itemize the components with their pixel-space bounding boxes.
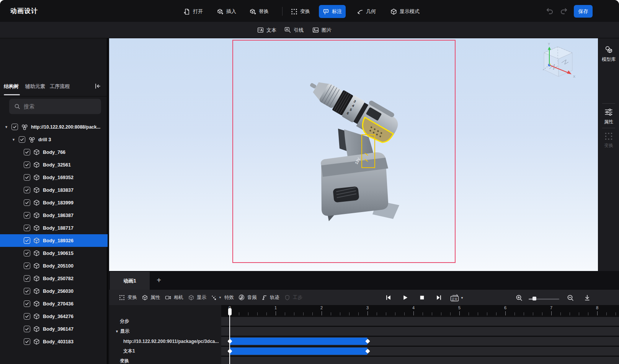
next-frame-button[interactable] (436, 294, 442, 301)
track-trajectory-button[interactable]: 轨迹 (261, 290, 279, 305)
properties-button[interactable]: 属性 (598, 108, 619, 125)
image-tool-button[interactable]: 图片 (312, 25, 332, 35)
tree-body-row[interactable]: Body_403183 (0, 335, 108, 348)
model-library-button[interactable]: 模型库 (598, 45, 619, 63)
display-mode-button[interactable]: 显示模式 (387, 5, 423, 18)
timeline-clip-bar[interactable] (230, 338, 367, 345)
track-effects-button[interactable]: ▼ 特效 (211, 290, 234, 305)
timeline-track-lane[interactable] (221, 317, 619, 326)
checkbox[interactable] (24, 225, 30, 231)
timeline-track-lane[interactable] (221, 337, 619, 346)
tab-aux-elements[interactable]: 辅助元素 (25, 83, 45, 90)
tree-body-row[interactable]: Body_256030 (0, 285, 108, 297)
tree-body-row[interactable]: Body_32561 (0, 158, 108, 171)
tree-body-row[interactable]: Body_169352 (0, 171, 108, 184)
playhead-handle[interactable] (228, 308, 232, 315)
checkbox[interactable] (24, 338, 30, 345)
caret-down-icon[interactable]: ▼ (115, 330, 119, 333)
tree-body-row[interactable]: Body_183999 (0, 196, 108, 209)
timeline-track-lane[interactable] (221, 357, 619, 364)
timeline-row-label[interactable]: http://10.122.92.200:9011/package/pc/3dc… (123, 337, 219, 346)
viewport-3d[interactable]: 12V 3456 (109, 38, 598, 271)
stop-button[interactable] (419, 294, 425, 301)
geometry-label: 几何 (366, 8, 376, 15)
track-display-button[interactable]: 显示 (188, 290, 206, 305)
search-input[interactable] (24, 103, 93, 109)
animation-tab[interactable]: 动画1 (110, 272, 150, 290)
checkbox[interactable] (24, 162, 30, 168)
tree-group-row[interactable]: ▼ drill 3 (0, 133, 108, 146)
track-camera-button[interactable]: 相机 (165, 290, 183, 305)
annotation-capture-frame[interactable] (232, 40, 456, 263)
checkbox[interactable] (24, 149, 30, 155)
tree-body-row[interactable]: Body_270436 (0, 297, 108, 310)
add-animation-button[interactable]: + (154, 275, 164, 286)
checkbox[interactable] (24, 187, 30, 193)
tab-process-flow[interactable]: 工序流程 (50, 83, 70, 90)
checkbox[interactable] (24, 326, 30, 332)
leader-tool-button[interactable]: 引线 (284, 25, 304, 35)
prev-frame-button[interactable] (385, 294, 392, 301)
checkbox[interactable] (24, 174, 30, 181)
caret-down-icon[interactable]: ▼ (5, 125, 8, 129)
tree-body-row[interactable]: Body_766 (0, 146, 108, 158)
tree-root-row[interactable]: ▼ http://10.122.92.200:8088/pack... (0, 121, 108, 133)
checkbox[interactable] (24, 263, 30, 269)
caret-down-icon[interactable]: ▼ (12, 138, 16, 142)
track-workstep-button[interactable]: 工步 (284, 290, 302, 305)
track-audio-button[interactable]: 音频 (238, 290, 257, 305)
tab-structure-tree[interactable]: 结构树 (4, 83, 19, 90)
tree-body-row[interactable]: Body_396147 (0, 323, 108, 335)
timeline-ruler[interactable]: 012345678 (221, 305, 619, 317)
annotate-button[interactable]: 标注 (319, 5, 346, 18)
zoom-in-button[interactable] (516, 294, 523, 301)
open-button[interactable]: 打开 (180, 5, 207, 18)
export-button[interactable] (584, 294, 591, 301)
transform-button[interactable]: 变换 (287, 5, 314, 18)
save-button[interactable]: 保存 (574, 5, 593, 18)
checkbox[interactable] (24, 275, 30, 282)
checkbox[interactable] (24, 237, 30, 244)
checkbox[interactable] (19, 136, 25, 143)
tree-body-row[interactable]: Body_190615 (0, 247, 108, 260)
caret-down-icon[interactable]: ▼ (219, 296, 222, 299)
tree-body-row[interactable]: Body_183837 (0, 184, 108, 196)
timeline-track-lane[interactable] (221, 327, 619, 336)
insert-button[interactable]: 插入 (213, 5, 240, 18)
geometry-button[interactable]: 几何 (353, 5, 380, 18)
text-tool-button[interactable]: 文本 (257, 25, 276, 35)
undo-button[interactable] (545, 7, 554, 15)
timeline-row-label[interactable]: 分步 (120, 317, 129, 326)
tree-body-row[interactable]: Body_364276 (0, 310, 108, 323)
replace-button[interactable]: 替换 (246, 5, 273, 18)
timeline-zoom-slider-handle[interactable] (532, 297, 536, 300)
tree-body-row[interactable]: Body_189326 (0, 234, 108, 247)
redo-button[interactable] (560, 7, 568, 15)
tree-body-row[interactable]: Body_186387 (0, 209, 108, 222)
checkbox[interactable] (24, 212, 30, 219)
play-mode-button[interactable]: 正常 ▼ (450, 294, 464, 302)
track-property-button[interactable]: 属性 (142, 290, 160, 305)
timeline-clip-bar[interactable] (230, 348, 367, 355)
collapse-panel-button[interactable] (94, 83, 101, 90)
structure-tree: ▼ http://10.122.92.200:8088/pack... ▼ dr… (0, 121, 108, 364)
tree-body-row[interactable]: Body_188717 (0, 222, 108, 234)
tree-body-row[interactable]: Body_250782 (0, 272, 108, 285)
checkbox[interactable] (24, 199, 30, 206)
track-transform-button[interactable]: 变换 (119, 290, 137, 305)
checkbox[interactable] (24, 313, 30, 320)
play-button[interactable] (402, 294, 408, 301)
tree-body-row[interactable]: Body_205100 (0, 260, 108, 272)
checkbox[interactable] (24, 288, 30, 294)
checkbox[interactable] (24, 250, 30, 256)
checkbox[interactable] (24, 300, 30, 307)
timeline-row-label[interactable]: ▼显示 (115, 327, 129, 336)
timeline-track-lane[interactable] (221, 347, 619, 356)
app-window: { "app": { "title": "动画设计" }, "top_toolb… (0, 0, 619, 364)
checkbox[interactable] (11, 124, 18, 130)
zoom-out-button[interactable] (567, 294, 574, 301)
transform-panel-button[interactable]: 变换 (598, 132, 619, 149)
timeline-row-label[interactable]: 变换 (120, 357, 129, 364)
nav-cube[interactable]: Y X (542, 42, 575, 78)
timeline-row-label[interactable]: 文本1 (123, 347, 135, 356)
